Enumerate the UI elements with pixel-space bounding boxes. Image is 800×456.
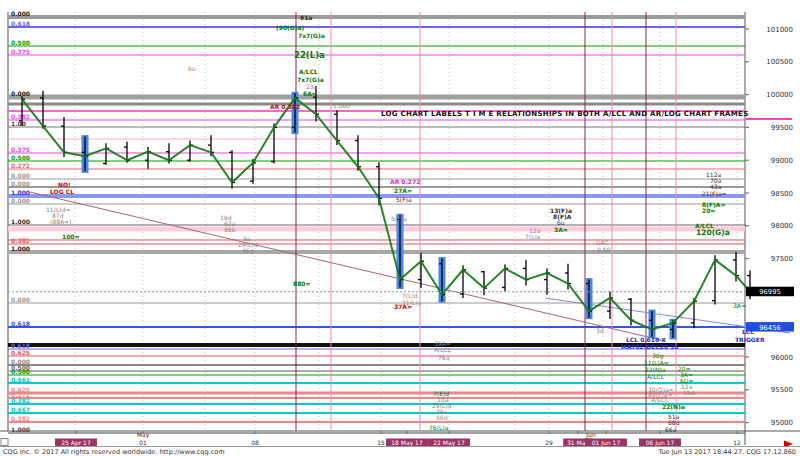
fib-level-label: 1.000 xyxy=(11,426,30,433)
chart-annotation: 7x7(G)a xyxy=(298,32,325,39)
chart-annotation: NO! xyxy=(58,181,71,188)
fib-level-label: 0.382 xyxy=(11,237,30,244)
cqg-chart-window: DXE,ADCDXE,ADCDXE,ADCDXE,ADC+ 0.0000.618… xyxy=(0,0,800,456)
chart-annotation: 22(N)a xyxy=(645,366,666,373)
chart-annotation: AR 0.382 xyxy=(270,103,300,110)
fib-level-label: 1.000 xyxy=(11,218,30,225)
date-axis-label: 29 xyxy=(545,439,553,446)
chart-annotation: 880= xyxy=(293,280,311,287)
chart-annotation: 3A= xyxy=(733,302,746,309)
price-axis-label: 96000 xyxy=(771,354,793,362)
fib-level-label: 0.272 xyxy=(11,162,30,169)
fib-level-label: 0.000 xyxy=(11,90,30,97)
fib-level-label: 0.625 xyxy=(11,349,30,356)
last-price-value: 96995 xyxy=(759,288,781,296)
chart-annotation: TRIGGER xyxy=(735,336,765,343)
chart-annotation: A/LCL xyxy=(647,373,665,380)
chart-annotation: 46d xyxy=(242,247,254,254)
chart-annotation: 20= xyxy=(702,207,715,214)
fib-level-label: 0.618 xyxy=(11,342,30,349)
chart-annotation: 43a xyxy=(710,183,722,190)
price-axis-label: 98500 xyxy=(771,190,793,198)
date-axis-label: 08 xyxy=(251,439,259,446)
fib-level-label: 1.000 xyxy=(11,245,30,252)
chart-annotation: 96b xyxy=(224,226,236,233)
chart-annotation: 76(L)a xyxy=(429,424,449,431)
chart-annotation: LOG CL xyxy=(50,188,74,195)
price-axis-label: 99000 xyxy=(771,157,793,165)
price-axis-label: 101000 xyxy=(766,26,793,34)
chart-annotation: 0.50 xyxy=(597,246,611,253)
chart-annotation: 5(F)a xyxy=(396,196,412,203)
fib-level-label: 0.375 xyxy=(11,48,30,55)
fib-level-label: 0.375 xyxy=(11,146,30,153)
fib-level-label: 0.500 xyxy=(11,39,30,46)
chart-annotation: 7(L)a xyxy=(525,233,541,240)
chart-annotation: 7x7(G)a xyxy=(297,76,324,83)
fib-level-label: 0.500 xyxy=(11,154,30,161)
date-axis-label: 18 May 17 xyxy=(391,439,423,447)
chart-annotation: 6A= xyxy=(303,90,317,97)
chart-annotation: (88A=) xyxy=(50,218,71,225)
trigger-price-value: 96456 xyxy=(759,324,781,332)
chart-annotation: 3A= xyxy=(554,226,568,233)
chart-annotation: 91a xyxy=(300,14,312,21)
date-axis-label: 01 Jun 17 xyxy=(592,439,621,447)
chart-annotation: 23a xyxy=(306,83,318,90)
chart-annotation: 15d xyxy=(683,389,695,396)
fib-level-label: 1.00 xyxy=(11,120,26,127)
price-axis-label: 100000 xyxy=(766,91,793,99)
price-axis-label: 100500 xyxy=(766,58,793,66)
chart-annotation: 27A= xyxy=(394,187,412,194)
price-axis-label: 98000 xyxy=(771,222,793,230)
chart-annotation: 11(L)A= xyxy=(644,359,669,366)
fib-level-label: 0.382 xyxy=(11,113,30,120)
timestamp-text: Tue Jun 13 2017 18:44:27, CQG 17.12.860 xyxy=(659,448,797,456)
chart-annotation: 66a xyxy=(665,426,677,433)
chart-annotation: 6u xyxy=(557,219,565,226)
fib-level-label: 0.661 xyxy=(11,376,30,383)
chart-annotation: 56d xyxy=(436,414,448,421)
fib-level-label: 0.618 xyxy=(11,320,30,327)
chart-annotation: LCL 0.618 X xyxy=(626,336,666,343)
date-axis-label: 25 Apr 17 xyxy=(61,439,91,447)
chart-annotation: DXC xyxy=(596,239,608,246)
fib-level-label: 0.618 xyxy=(11,20,30,27)
chart-annotation: A/LCL xyxy=(434,346,452,353)
corner-box xyxy=(1,439,8,446)
chart-annotation: 21(F)a= xyxy=(702,190,726,197)
fib-level-label: 0.000 xyxy=(11,197,30,204)
chart-annotation: 3d xyxy=(596,327,604,334)
chart-annotation: 68d xyxy=(668,419,680,426)
chart-annotation: 6u xyxy=(188,65,196,72)
chart-annotation: 100= xyxy=(62,233,80,240)
date-axis-label: 22 May 17 xyxy=(433,439,465,447)
fib-level-label: 0.382 xyxy=(11,397,30,404)
chart-annotation: MAY02-DEC20'16 xyxy=(621,343,678,350)
fib-level-label: 0.000 xyxy=(11,296,30,303)
chart-annotation: 11(L)a xyxy=(402,299,422,306)
fib-level-label: 0.667 xyxy=(11,406,30,413)
date-axis-label: 01 xyxy=(139,439,147,446)
chart-annotation: 7(L)d xyxy=(402,292,418,299)
chart-annotation: AR 0.272 xyxy=(390,178,420,185)
copyright-text: CQG Inc. © 2017 All rights reserved worl… xyxy=(3,448,225,456)
chart-annotation: (90(G)a) xyxy=(276,24,305,31)
date-axis-label: 06 Jun 17 xyxy=(646,439,675,447)
fib-level-label: 0.000 xyxy=(11,180,30,187)
price-chart: 0.0000.6180.5000.3750.0000.3821.000.3750… xyxy=(0,0,800,446)
chart-annotation: 22(N)a xyxy=(662,403,685,410)
date-axis-label: 12 xyxy=(733,439,741,446)
fib-level-label: 0.382 xyxy=(11,415,30,422)
price-axis-label: 97500 xyxy=(771,255,793,263)
status-bar: CQG Inc. © 2017 All rights reserved worl… xyxy=(0,446,800,456)
fib-level-label: 1.000 xyxy=(11,189,30,196)
price-axis-label: 95500 xyxy=(771,386,793,394)
price-axis-label: 99500 xyxy=(771,124,793,132)
fib-level-label: 0.500 xyxy=(11,368,30,375)
date-axis-label: 15 xyxy=(377,439,385,446)
chart-annotation: 5(F)a xyxy=(391,215,407,222)
fib-level-label: 0.000 xyxy=(11,10,30,17)
fib-level-label: 0.000 xyxy=(11,172,30,179)
chart-annotation: 76a xyxy=(438,354,450,361)
